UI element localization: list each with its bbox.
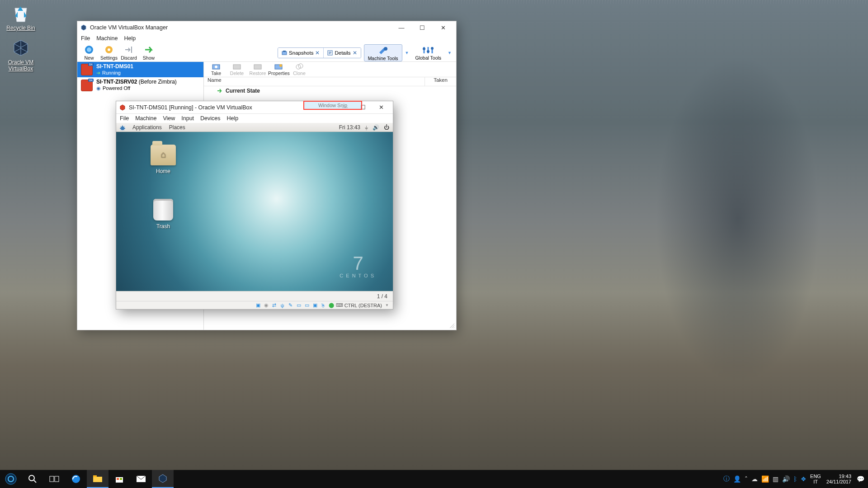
show-button[interactable]: Show xyxy=(139,45,159,61)
tray-overflow-icon[interactable]: ˄ xyxy=(745,475,748,483)
guest-display[interactable]: Applications Places Fri 13:43 ⏚ 🔊 ⏻ Home… xyxy=(116,123,393,291)
chevron-down-icon[interactable]: ▼ xyxy=(448,51,452,55)
global-tools-button[interactable]: Global Tools xyxy=(411,45,445,61)
take-snapshot-button[interactable]: Take xyxy=(206,62,226,76)
action-center-icon[interactable]: 💬 xyxy=(857,475,864,483)
gnome-applications-menu[interactable]: Applications xyxy=(132,124,162,131)
svg-point-8 xyxy=(423,47,425,50)
volume-icon[interactable]: 🔊 xyxy=(373,124,379,131)
gnome-places-menu[interactable]: Places xyxy=(169,124,185,131)
taskbar-clock[interactable]: 19:43 24/11/2017 xyxy=(825,474,853,484)
snapshot-toolbar: Take Delete Restore Properties Clone xyxy=(204,62,456,77)
vm-list-item[interactable]: SI-TNT-DMS01 ➔Running xyxy=(77,62,203,77)
close-icon[interactable]: ✕ xyxy=(315,50,320,56)
help-icon[interactable]: ⓘ xyxy=(723,475,730,483)
guest-trash-icon[interactable]: Trash xyxy=(142,199,185,230)
svg-rect-23 xyxy=(55,476,59,482)
wifi-icon[interactable]: 📶 xyxy=(761,475,769,483)
svg-rect-5 xyxy=(283,51,286,52)
display-icon[interactable]: ▭ xyxy=(296,302,302,309)
menu-help[interactable]: Help xyxy=(124,35,136,42)
power-icon[interactable]: ⏻ xyxy=(384,124,389,131)
restore-snapshot-button[interactable]: Restore xyxy=(247,62,268,76)
settings-button[interactable]: Settings xyxy=(99,45,119,61)
menu-file[interactable]: File xyxy=(120,115,129,122)
maximize-button[interactable]: ☐ xyxy=(412,21,433,34)
bluetooth-icon[interactable]: ᛒ xyxy=(793,475,797,483)
onedrive-icon[interactable]: ☁ xyxy=(751,475,758,483)
titlebar[interactable]: Oracle VM VirtualBox Manager ― ☐ ✕ xyxy=(77,21,456,34)
desktop-icon-recycle-bin[interactable]: Recycle Bin xyxy=(4,3,38,32)
people-icon[interactable]: 👤 xyxy=(733,475,741,483)
guest-home-icon[interactable]: Home xyxy=(142,145,185,174)
properties-button[interactable]: Properties xyxy=(268,62,289,76)
menu-file[interactable]: File xyxy=(81,35,90,42)
virtualbox-taskbar-button[interactable] xyxy=(152,470,174,488)
guest-desktop[interactable]: Home Trash 7 CENTOS xyxy=(116,132,393,291)
gnome-clock[interactable]: Fri 13:43 xyxy=(339,124,360,131)
mouse-icon[interactable]: 🖱 xyxy=(320,302,326,309)
store-button[interactable] xyxy=(108,470,130,488)
virtualbox-icon xyxy=(119,104,126,111)
svg-rect-4 xyxy=(282,52,287,55)
network-icon[interactable]: ⏚ xyxy=(365,124,368,131)
menu-input[interactable]: Input xyxy=(181,115,194,122)
column-name[interactable]: Name xyxy=(204,77,425,86)
camera-icon xyxy=(211,62,221,70)
snapshots-toggle[interactable]: Snapshots ✕ xyxy=(278,48,323,58)
resize-grip[interactable] xyxy=(449,323,455,329)
cd-icon[interactable]: ◉ xyxy=(263,302,269,309)
edge-button[interactable] xyxy=(65,470,87,488)
workspace-indicator[interactable]: 1 / 4 xyxy=(116,291,393,301)
menu-machine[interactable]: Machine xyxy=(96,35,118,42)
folder-icon xyxy=(151,145,176,165)
clone-button[interactable]: Clone xyxy=(289,62,310,76)
snapshot-detail-toggle: Snapshots ✕ Details ✕ xyxy=(278,47,361,58)
net-icon[interactable]: ⇄ xyxy=(271,302,278,309)
menu-view[interactable]: View xyxy=(163,115,175,122)
start-button[interactable] xyxy=(0,470,22,488)
vm-state: ◉Powered Off xyxy=(96,85,177,91)
guest-add-icon[interactable]: ⬤ xyxy=(328,302,335,309)
clone-icon xyxy=(294,62,304,70)
delete-icon xyxy=(232,62,242,70)
display2-icon[interactable]: ▭ xyxy=(304,302,310,309)
key-icon[interactable]: ⌨ xyxy=(336,302,343,309)
taskview-button[interactable] xyxy=(43,470,65,488)
minimize-button[interactable]: ― xyxy=(391,21,412,34)
titlebar[interactable]: SI-TNT-DMS01 [Running] - Oracle VM Virtu… xyxy=(116,101,393,114)
new-button[interactable]: New xyxy=(79,45,99,61)
menu-devices[interactable]: Devices xyxy=(200,115,220,122)
hostkey-label: CTRL (DESTRA) xyxy=(344,303,382,308)
close-icon[interactable]: ✕ xyxy=(353,50,357,56)
security-icon[interactable]: ❖ xyxy=(801,475,807,483)
vm-status-bar: ▣ ◉ ⇄ ψ ✎ ▭ ▭ ▣ 🖱 ⬤ ⌨ CTRL (DESTRA) ▼ xyxy=(116,301,393,309)
rec-icon[interactable]: ▣ xyxy=(312,302,318,309)
svg-rect-22 xyxy=(50,476,54,482)
usb-icon[interactable]: ψ xyxy=(279,302,286,309)
current-state-item[interactable]: Current State xyxy=(204,86,456,95)
chevron-down-icon[interactable]: ▼ xyxy=(405,51,409,55)
explorer-button[interactable] xyxy=(87,470,108,488)
discard-button[interactable]: Discard xyxy=(119,45,139,61)
desktop-icon-virtualbox[interactable]: Oracle VM VirtualBox xyxy=(4,37,38,72)
hd-icon[interactable]: ▣ xyxy=(255,302,261,309)
menu-help[interactable]: Help xyxy=(227,115,239,122)
menubar: File Machine View Input Devices Help xyxy=(116,114,393,123)
close-button[interactable]: ✕ xyxy=(372,102,390,113)
chevron-down-icon[interactable]: ▼ xyxy=(384,302,390,309)
close-button[interactable]: ✕ xyxy=(433,21,453,34)
battery-icon[interactable]: ▥ xyxy=(773,475,778,483)
details-toggle[interactable]: Details ✕ xyxy=(323,48,360,58)
restore-icon xyxy=(253,62,263,70)
menu-machine[interactable]: Machine xyxy=(135,115,156,122)
language-indicator[interactable]: ENG IT xyxy=(810,474,821,484)
machine-tools-button[interactable]: Machine Tools xyxy=(364,44,402,61)
volume-icon[interactable]: 🔊 xyxy=(782,475,790,483)
delete-snapshot-button[interactable]: Delete xyxy=(226,62,247,76)
column-taken[interactable]: Taken xyxy=(425,77,456,86)
search-button[interactable] xyxy=(22,470,43,488)
vm-list-item[interactable]: SI-TNT-ZISRV02 (Before Zimbra) ◉Powered … xyxy=(77,77,203,93)
mail-button[interactable] xyxy=(130,470,152,488)
shared-icon[interactable]: ✎ xyxy=(288,302,294,309)
